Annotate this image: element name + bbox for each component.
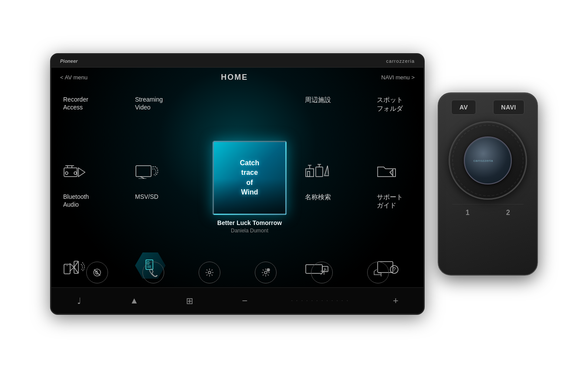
recorder-access-item[interactable]: RecorderAccess [58, 91, 128, 186]
head-unit: Pioneer carrozzeria < AV menu HOME NAVI … [50, 53, 425, 315]
spot-folder-label: スポットフォルダ [377, 95, 403, 112]
remote-top-buttons: AV NAVI [443, 100, 533, 115]
spot-folder-item[interactable]: スポットフォルダ [372, 91, 423, 186]
nav-toolbar-button[interactable]: ▲ [125, 292, 143, 310]
spot-folder-icon [377, 164, 396, 182]
svg-point-6 [74, 172, 77, 174]
msv-sd-label: MSV/SD [135, 193, 159, 201]
kinhen-shisetsu-label: 周辺施設 [305, 95, 331, 104]
streaming-video-icon [135, 164, 159, 182]
settings-button[interactable] [199, 262, 220, 283]
track-artist: Daniela Dumont [217, 228, 282, 234]
function-row [51, 258, 423, 287]
navi-menu-button[interactable]: NAVI menu > [381, 74, 415, 81]
album-title: Catch trace of Wind [240, 158, 259, 198]
music-widget[interactable]: Catch trace of Wind Better Luck Tomorrow… [202, 91, 297, 283]
svg-marker-17 [324, 166, 329, 176]
pioneer-logo: Pioneer [60, 58, 78, 64]
av-menu-button[interactable]: < AV menu [60, 74, 88, 81]
recorder-access-label: RecorderAccess [63, 95, 88, 111]
recorder-access-icon [63, 164, 89, 182]
remote-control: AV NAVI carrozzeria 1 2 [438, 92, 538, 276]
return-button[interactable] [367, 262, 389, 283]
album-art: Catch trace of Wind [213, 141, 287, 215]
plus-toolbar-button[interactable]: + [387, 292, 405, 310]
mute-button[interactable] [86, 262, 108, 283]
home-title: HOME [221, 73, 248, 82]
home-toolbar-button[interactable]: ⊞ [181, 292, 198, 310]
phone-button[interactable] [142, 262, 164, 283]
minus-toolbar-button[interactable]: − [236, 292, 253, 310]
knob-grooves [452, 125, 524, 196]
remote-av-button[interactable]: AV [451, 100, 476, 115]
bluetooth-audio-label: BluetoothAudio [63, 193, 89, 208]
kinhen-shisetsu-item[interactable]: 周辺施設 [300, 91, 369, 186]
remote-divider [452, 204, 524, 204]
remote-button-1[interactable]: 1 [466, 209, 470, 217]
svg-rect-13 [308, 171, 310, 177]
svg-line-33 [94, 269, 100, 276]
streaming-video-label: StreamingVideo [135, 95, 163, 111]
name-search-label: 名称検索 [305, 193, 331, 201]
svg-marker-1 [78, 168, 85, 177]
main-grid: RecorderAccess [51, 87, 423, 287]
remote-number-buttons: 1 2 [443, 209, 533, 217]
track-title: Better Luck Tomorrow [217, 219, 282, 226]
toolbar-dots: · · · · · · · · · · · · [291, 298, 349, 303]
streaming-video-item[interactable]: StreamingVideo [130, 91, 199, 186]
brand-bar: Pioneer carrozzeria [51, 55, 423, 68]
remote-knob[interactable]: carrozzeria [449, 121, 527, 200]
svg-rect-7 [136, 166, 151, 177]
scene: Pioneer carrozzeria < AV menu HOME NAVI … [50, 53, 538, 315]
remote-navi-button[interactable]: NAVI [493, 100, 524, 115]
svg-point-34 [208, 271, 211, 274]
svg-point-35 [264, 271, 267, 274]
svg-rect-14 [316, 167, 323, 177]
track-info: Better Luck Tomorrow Daniela Dumont [217, 219, 282, 234]
nav-bar: < AV menu HOME NAVI menu > [51, 68, 423, 87]
screen: < AV menu HOME NAVI menu > RecorderAcces… [51, 68, 423, 313]
bottom-toolbar: ♩ ▲ ⊞ − · · · · · · · · · · · · + [51, 287, 423, 313]
route-button[interactable] [311, 262, 333, 283]
support-guide-label: サポートガイド [377, 193, 403, 210]
carrozzeria-logo: carrozzeria [386, 58, 415, 64]
svg-point-5 [65, 172, 68, 174]
kinhen-shisetsu-icon [305, 164, 329, 182]
remote-button-2[interactable]: 2 [506, 209, 510, 217]
custom-settings-button[interactable] [255, 262, 277, 283]
music-toolbar-button[interactable]: ♩ [70, 292, 88, 310]
